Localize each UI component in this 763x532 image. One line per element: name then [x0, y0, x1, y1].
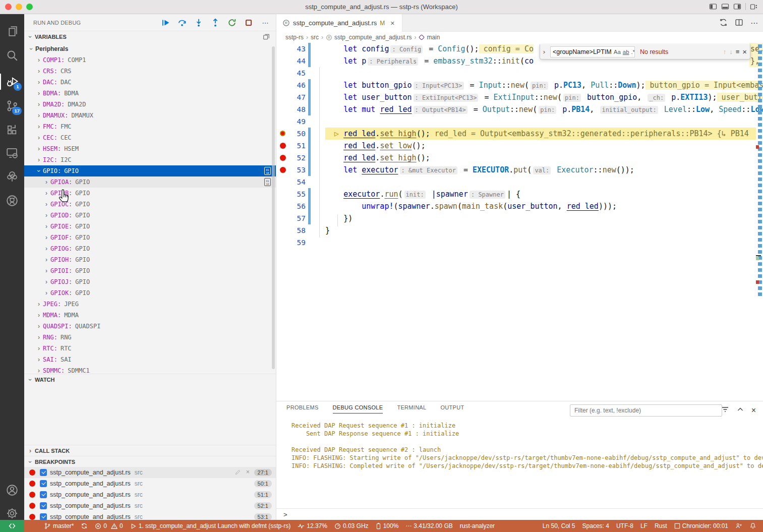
tree-item-gpioi[interactable]: ›GPIOI:GPIO [24, 265, 276, 276]
tree-item-gpioa[interactable]: ›GPIOA:GPIO01 10 [24, 176, 276, 188]
notifications-bell-icon[interactable] [746, 520, 760, 532]
breakpoint-checkbox[interactable] [40, 491, 47, 498]
cpu-freq-indicator[interactable]: 0.03 GHz [331, 520, 372, 532]
encoding-indicator[interactable]: UTF-8 [613, 520, 637, 532]
debug-launch-indicator[interactable]: 1. sstp_compute_and_adjust Launch with d… [127, 520, 295, 532]
remote-indicator[interactable] [0, 520, 24, 532]
stop-button[interactable] [242, 16, 255, 29]
toggle-sidebar-icon[interactable] [709, 3, 717, 11]
eol-indicator[interactable]: LF [637, 520, 651, 532]
gutter-space[interactable] [276, 115, 289, 128]
breakpoint-checkbox[interactable] [40, 513, 47, 520]
tree-item-bdma[interactable]: ›BDMA:BDMA [24, 88, 276, 99]
regex-icon[interactable]: .* [631, 49, 635, 55]
gutter-space[interactable] [276, 103, 289, 115]
breakpoint-icon[interactable] [276, 164, 289, 176]
gutter-space[interactable] [276, 67, 289, 79]
tree-item-gpiok[interactable]: ›GPIOK:GPIO [24, 287, 276, 299]
gutter-space[interactable] [276, 79, 289, 91]
restart-button[interactable] [225, 16, 239, 29]
source-control-icon[interactable]: 17 [0, 95, 24, 117]
tree-item-gpio[interactable]: ›GPIO:GPIO01 10 [24, 165, 276, 176]
panel-tab-problems[interactable]: PROBLEMS [286, 404, 319, 413]
breakpoint-checkbox[interactable] [40, 469, 47, 476]
branch-indicator[interactable]: master* [40, 520, 77, 532]
sidebar-scrollbar[interactable] [272, 46, 275, 369]
tree-item-hsem[interactable]: ›HSEM:HSEM [24, 143, 276, 154]
gutter-space[interactable] [276, 91, 289, 103]
find-next-icon[interactable]: ↓ [729, 48, 733, 55]
customize-layout-icon[interactable] [750, 3, 758, 11]
accounts-icon[interactable] [0, 479, 24, 501]
tree-item-gpioe[interactable]: ›GPIOE:GPIO [24, 221, 276, 232]
maximize-panel-icon[interactable] [736, 405, 744, 415]
extensions-icon[interactable] [0, 119, 24, 141]
tree-item-gpiof[interactable]: ›GPIOF:GPIO [24, 232, 276, 243]
feedback-icon[interactable] [732, 520, 746, 532]
toggle-secondary-sidebar-icon[interactable] [733, 3, 741, 11]
tree-item-gpioh[interactable]: ›GPIOH:GPIO [24, 254, 276, 265]
tree-item-sdmmc[interactable]: ›SDMMC:SDMMC1 [24, 365, 276, 374]
tree-item-comp1[interactable]: ›COMP1:COMP1 [24, 54, 276, 66]
explorer-icon[interactable] [0, 20, 24, 42]
debug-console-output[interactable]: Received DAP Request sequence #1 : initi… [276, 422, 763, 499]
tree-item-gpioj[interactable]: ›GPIOJ:GPIO [24, 276, 276, 287]
tree-item-crs[interactable]: ›CRS:CRS [24, 66, 276, 77]
gutter-space[interactable] [276, 224, 289, 237]
tree-item-dmamux[interactable]: ›DMAMUX:DMAMUX [24, 110, 276, 121]
problems-indicator[interactable]: 0 0 [91, 520, 126, 532]
step-into-button[interactable] [192, 16, 205, 29]
cpu-usage-indicator[interactable]: 12.37% [294, 520, 331, 532]
gutter-space[interactable] [276, 176, 289, 188]
overview-ruler[interactable] [758, 44, 762, 297]
battery-indicator[interactable]: 100% [372, 520, 402, 532]
breakpoint-current-icon[interactable] [276, 128, 289, 140]
breakpoint-row[interactable]: sstp_compute_and_adjust.rssrc51:1 [24, 489, 276, 500]
continue-button[interactable] [159, 16, 172, 29]
search-icon[interactable] [0, 44, 24, 67]
indentation-indicator[interactable]: Spaces: 4 [579, 520, 613, 532]
binary-view-icon[interactable]: 01 10 [264, 167, 271, 175]
gutter-space[interactable] [276, 188, 289, 200]
remove-breakpoint-icon[interactable]: × [246, 468, 250, 476]
view-as-group-icon[interactable] [263, 33, 270, 41]
close-window-button[interactable] [5, 4, 12, 10]
todo-tree-icon[interactable] [0, 165, 24, 188]
github-icon[interactable] [0, 190, 24, 212]
remote-explorer-icon[interactable] [0, 142, 24, 164]
edit-pencil-icon[interactable] [234, 469, 241, 476]
memory-indicator[interactable]: ⋯ 3.41/32.00 GB [402, 520, 456, 532]
breakpoint-icon[interactable] [276, 152, 289, 164]
debug-console-input[interactable]: > [276, 508, 763, 520]
panel-tab-terminal[interactable]: TERMINAL [397, 404, 426, 413]
breakpoint-checkbox[interactable] [40, 502, 47, 509]
tree-item-cec[interactable]: ›CEC:CEC [24, 132, 276, 143]
minimize-window-button[interactable] [16, 4, 22, 10]
whole-word-icon[interactable]: ab [623, 49, 629, 55]
breakpoint-icon[interactable] [276, 140, 289, 152]
match-case-icon[interactable]: Aa [614, 49, 621, 55]
gutter-space[interactable] [276, 200, 289, 212]
tree-item-rng[interactable]: ›RNG:RNG [24, 332, 276, 343]
rust-analyzer-status[interactable]: rust-analyzer [456, 520, 498, 532]
find-previous-icon[interactable]: ↑ [723, 48, 727, 55]
variables-section-header[interactable]: › VARIABLES [24, 31, 276, 42]
breakpoint-row[interactable]: sstp_compute_and_adjust.rssrc53:1 [24, 511, 276, 520]
tree-item-quadspi[interactable]: ›QUADSPI:QUADSPI [24, 321, 276, 332]
find-in-selection-icon[interactable]: ≡ [736, 48, 740, 55]
gutter-space[interactable] [276, 237, 289, 249]
gutter-space[interactable] [276, 212, 289, 224]
toggle-replace-icon[interactable]: › [541, 48, 547, 55]
breakpoints-section-header[interactable]: › BREAKPOINTS [24, 456, 276, 467]
cursor-position[interactable]: Ln 50, Col 5 [539, 520, 579, 532]
run-and-debug-icon[interactable]: 1 [0, 71, 24, 93]
binary-view-icon[interactable]: 01 10 [264, 178, 271, 186]
breakpoint-row[interactable]: sstp_compute_and_adjust.rssrc52:1 [24, 500, 276, 511]
tree-item-dma2d[interactable]: ›DMA2D:DMA2D [24, 99, 276, 110]
gutter-space[interactable] [276, 43, 289, 55]
filter-icon[interactable] [721, 405, 729, 415]
panel-tab-output[interactable]: OUTPUT [440, 404, 464, 413]
tree-item-dac[interactable]: ›DAC:DAC [24, 77, 276, 88]
breakpoint-row[interactable]: sstp_compute_and_adjust.rssrc×27:1 [24, 467, 276, 478]
tree-item-gpiog[interactable]: ›GPIOG:GPIO [24, 243, 276, 254]
